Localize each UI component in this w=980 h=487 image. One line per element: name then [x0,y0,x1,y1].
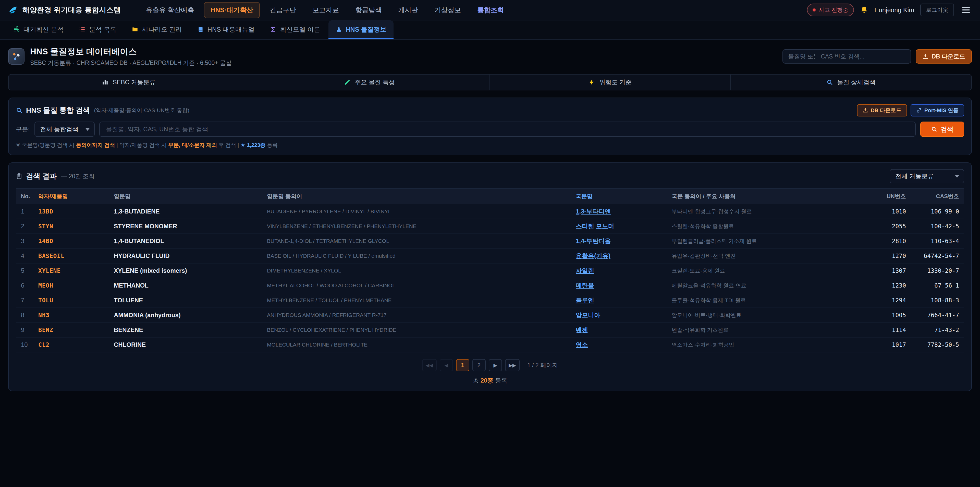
table-row[interactable]: 8NH3AMMONIA (anhydrous)ANHYDROUS AMMONIA… [16,308,964,323]
cell-no: 1 [16,204,33,219]
table-row[interactable]: 113BD1,3-BUTADIENEBUTADIENE / PYRROLYLEN… [16,204,964,219]
substance-korean-name-link[interactable]: 메탄올 [576,282,594,289]
tab-label: 대기확산 분석 [24,25,64,34]
substance-korean-name-link[interactable]: 톨루엔 [576,297,594,303]
star-icon: ★ [240,142,247,148]
cell-ksyn: 염소가스·수처리·화학공업 [667,337,867,352]
cell-un: 1307 [867,263,911,278]
search-category-select[interactable]: 전체 통합검색 [35,121,95,137]
tab-5[interactable]: 확산모델 이론 [263,21,328,39]
cell-cas: 67-56-1 [911,278,964,293]
quick-search-input[interactable] [783,49,911,64]
notification-bell-icon[interactable] [860,6,868,14]
tab-4[interactable]: HNS 대응매뉴얼 [190,21,262,39]
results-table-body: 113BD1,3-BUTADIENEBUTADIENE / PYRROLYLEN… [16,204,964,352]
substance-korean-name-link[interactable]: 1,3-부타디엔 [576,208,611,215]
pagination-next-button[interactable]: ▶ [489,359,502,371]
table-row[interactable]: 2STYNSTYRENE MONOMERVINYLBENZENE / ETHEN… [16,219,964,234]
table-row[interactable]: 10CL2CHLORINEMOLECULAR CHLORINE / BERTHO… [16,337,964,352]
pagination-prev-button[interactable]: ◀ [440,359,453,371]
db-download-chip-button[interactable]: DB 다운로드 [857,104,907,117]
db-download-button[interactable]: DB 다운로드 [916,49,972,64]
pagination-first-button[interactable]: ◀◀ [422,359,437,371]
page-subtitle: SEBC 거동분류 · CHRIS/CAMEO DB · AEGL/ERPG/I… [30,59,231,67]
table-row[interactable]: 7TOLUTOLUENEMETHYLBENZENE / TOLUOL / PHE… [16,293,964,308]
cell-kname: 1,3-부타디엔 [571,204,667,219]
pagination-last-button[interactable]: ▶▶ [505,359,520,371]
cell-no: 9 [16,323,33,337]
portmis-link-button[interactable]: Port-MIS 연동 [911,104,964,117]
hamburger-menu-icon[interactable] [960,5,972,15]
cell-name: TOLUENE [109,293,262,308]
unified-search-input[interactable] [99,121,916,137]
nav-item-6[interactable]: 게시판 [391,2,425,18]
feature-cell-4[interactable]: 물질 상세검색 [731,75,971,90]
clipboard-icon [16,173,22,179]
substance-korean-name-link[interactable]: 스티렌 모노머 [576,223,614,230]
lightning-icon [589,79,595,86]
table-row[interactable]: 9BENZBENZENEBENZOL / CYCLOHEXATRIENE / P… [16,323,964,337]
feature-cell-3[interactable]: 위험도 기준 [490,75,731,90]
table-row[interactable]: 314BD1,4-BUTANEDIOLBUTANE-1,4-DIOL / TET… [16,234,964,249]
search-panel-actions: DB 다운로드 Port-MIS 연동 [857,104,964,117]
brand-title: 해양환경 위기대응 통합시스템 [22,5,121,15]
search-panel-note: (약자·제품명·동의어·CAS·UN번호 통합) [94,107,189,114]
cell-un: 1114 [867,323,911,337]
results-header: 검색 결과 — 20건 조회 전체 거동분류 [16,169,964,184]
column-header-ksyn: 국문 동의어 / 주요 사용처 [667,189,867,204]
cell-ksyn: 유압유·갑판장비·선박 엔진 [667,249,867,263]
substance-korean-name-link[interactable]: 자일렌 [576,267,594,274]
cell-cas: 64742-54-7 [911,249,964,263]
logout-button[interactable]: 로그아웃 [920,3,954,16]
tab-3[interactable]: 시나리오 관리 [124,21,189,39]
nav-item-4[interactable]: 보고자료 [306,2,345,18]
total-count: 20종 [480,377,493,384]
nav-item-2[interactable]: HNS·대기확산 [204,2,260,18]
nav-item-7[interactable]: 기상정보 [428,2,468,18]
nav-item-8[interactable]: 통합조회 [471,2,511,18]
brand-logo[interactable]: 해양환경 위기대응 통합시스템 [8,5,121,15]
substance-korean-name-link[interactable]: 염소 [576,341,588,348]
table-row[interactable]: 5XYLENEXYLENE (mixed isomers)DIMETHYLBEN… [16,263,964,278]
cell-name: AMMONIA (anhydrous) [109,308,262,323]
table-row[interactable]: 4BASEOILHYDRAULIC FLUIDBASE OIL / HYDRAU… [16,249,964,263]
substance-korean-name-link[interactable]: 1,4-부탄디올 [576,238,611,244]
main-menu: 유출유 확산예측HNS·대기확산긴급구난보고자료항공탐색게시판기상정보통합조회 [139,2,511,18]
search-button-label: 검색 [941,125,953,134]
substance-korean-name-link[interactable]: 암모니아 [576,311,600,318]
feature-cell-2[interactable]: 주요 물질 특성 [249,75,490,90]
unified-search-panel: HNS 물질 통합 검색 (약자·제품명·동의어·CAS·UN번호 통합) DB… [8,97,972,155]
cell-cas: 110-63-4 [911,234,964,249]
hint-highlight-1: 동의어까지 검색 [76,142,115,148]
table-row[interactable]: 6MEOHMETHANOLMETHYL ALCOHOL / WOOD ALCOH… [16,278,964,293]
tab-label: 분석 목록 [89,25,116,34]
nav-item-1[interactable]: 유출유 확산예측 [139,2,201,18]
cell-un: 1010 [867,204,911,219]
pagination-page-1[interactable]: 1 [456,359,469,371]
nav-item-5[interactable]: 항공탐색 [348,2,388,18]
search-button[interactable]: 검색 [920,121,964,137]
behavior-filter-select[interactable]: 전체 거동분류 [890,169,964,184]
nav-item-3[interactable]: 긴급구난 [263,2,303,18]
cell-code: NH3 [33,308,109,323]
substance-korean-name-link[interactable]: 벤젠 [576,326,588,333]
feature-bar: SEBC 거동분류주요 물질 특성위험도 기준물질 상세검색 [8,74,972,90]
molecule-icon [8,48,24,65]
cell-syn: DIMETHYLBENZENE / XYLOL [262,263,571,278]
cell-name: 1,4-BUTANEDIOL [109,234,262,249]
tab-6[interactable]: HNS 물질정보 [328,21,394,39]
results-table-head: No.약자/제품명영문명영문명 동의어국문명국문 동의어 / 주요 사용처UN번… [16,189,964,204]
tab-2[interactable]: 분석 목록 [72,21,124,39]
tab-1[interactable]: 대기확산 분석 [6,21,71,39]
cell-kname: 암모니아 [571,308,667,323]
pagination-page-2[interactable]: 2 [473,359,486,371]
feature-label: 위험도 기준 [599,78,632,86]
column-header-code: 약자/제품명 [33,189,109,204]
column-header-un: UN번호 [867,189,911,204]
cell-code: BASEOIL [33,249,109,263]
list-icon [79,26,86,33]
substance-korean-name-link[interactable]: 윤활유(기유) [576,252,611,259]
download-icon [862,107,868,113]
feature-cell-1[interactable]: SEBC 거동분류 [9,75,249,90]
search-panel-title: HNS 물질 통합 검색 [26,105,90,115]
